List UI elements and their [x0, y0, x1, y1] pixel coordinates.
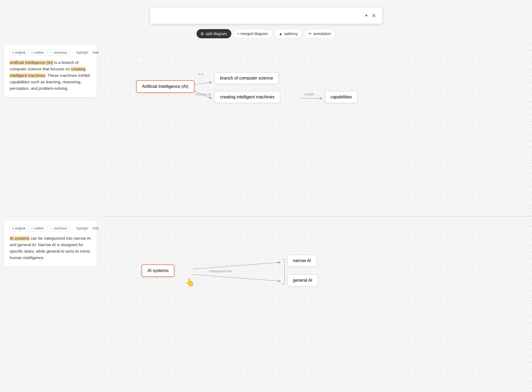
diagram-svg-1 [101, 40, 532, 216]
highlight-creating: creating intelligent machines [10, 67, 85, 78]
outline-icon-1: □ [31, 51, 33, 54]
summary-icon-2: → [50, 227, 53, 230]
saliency-icon: ▲ [279, 32, 283, 36]
highlight-btn-2[interactable]: highlight [75, 226, 90, 231]
node-aisystems-label: AI systems [147, 268, 169, 273]
node-creating[interactable]: creating intelligent machines [214, 91, 280, 103]
tab-summary-1[interactable]: → summary [47, 50, 69, 56]
node-narrow-label: narrow AI [293, 258, 311, 263]
original-label-2: original [15, 226, 25, 230]
wand-icon-button[interactable]: ✦ [363, 11, 370, 20]
tab-annotation-label: annotation [313, 32, 331, 36]
close-button[interactable]: ✕ [370, 11, 378, 20]
diagram-1: Artificial Intelligence (AI) branch of c… [101, 40, 532, 216]
node-ai-label: Artificial Intelligence (AI) [142, 84, 188, 89]
right-panel: Artificial Intelligence (AI) branch of c… [101, 40, 532, 392]
tab-outline-2[interactable]: □ outline [29, 225, 46, 231]
node-narrow[interactable]: narrow AI [287, 255, 317, 267]
node-aisystems[interactable]: AI systems [142, 264, 174, 277]
highlight-btn-1[interactable]: highlight [75, 50, 90, 55]
cursor-pointer: 👆 [185, 278, 195, 287]
toolbar: ⊞ split diagram ▪ merged diagram ▲ salie… [196, 29, 335, 38]
card-text-1: Artificial Intelligence (AI) is a branch… [10, 59, 91, 92]
divider-1: | [72, 51, 73, 54]
tab-original-1[interactable]: ≡ original [10, 50, 28, 56]
original-icon-2: ≡ [12, 227, 14, 230]
left-panel: ≡ original □ outline → summary | highlig… [0, 40, 101, 392]
diagram-2: AI systems narrow AI general AI categori… [101, 216, 532, 392]
card-tabs-2: ≡ original □ outline → summary | highlig… [10, 225, 91, 231]
summary-label-2: summary [54, 226, 67, 230]
tab-saliency-label: saliency [284, 32, 298, 36]
edge-label-is-a: is a [198, 72, 203, 76]
search-bar-container: What is AI? ✦ ✕ [150, 8, 382, 24]
annotation-icon: ✏ [308, 32, 312, 36]
left-section-2: ≡ original □ outline → summary | highlig… [0, 216, 101, 392]
node-capabilities-label: capabilities [331, 95, 352, 99]
svg-line-3 [193, 262, 280, 269]
diagram-svg-2 [101, 216, 532, 392]
tab-split-diagram-label: split diagram [205, 32, 227, 36]
edge-label-focuses-on: focuses on [195, 92, 211, 96]
tab-merged-diagram[interactable]: ▪ merged diagram [233, 29, 273, 38]
node-general-label: general AI [293, 278, 312, 283]
original-label-1: original [15, 51, 25, 54]
tab-merged-diagram-label: merged diagram [241, 32, 268, 36]
tab-annotation[interactable]: ✏ annotation [304, 29, 335, 38]
node-general[interactable]: general AI [287, 274, 318, 286]
original-icon-1: ≡ [12, 51, 14, 54]
highlight-aisystems: AI systems [10, 236, 29, 240]
node-branch-label: branch of computer science [220, 76, 273, 81]
divider-2: | [72, 226, 73, 230]
node-capabilities[interactable]: capabilities [325, 91, 358, 103]
outline-label-2: outline [34, 226, 44, 230]
hide-btn-2[interactable]: hide [91, 226, 100, 231]
tab-original-2[interactable]: ≡ original [10, 225, 28, 231]
split-diagram-icon: ⊞ [201, 32, 204, 36]
edge-label-exhibit: exhibit [305, 92, 314, 96]
text-card-2: ≡ original □ outline → summary | highlig… [4, 221, 97, 266]
svg-line-4 [193, 274, 280, 281]
diagram-content-1: Artificial Intelligence (AI) branch of c… [101, 40, 532, 216]
highlight-ai: Artificial Intelligence (AI) [10, 60, 53, 65]
node-branch[interactable]: branch of computer science [214, 72, 279, 84]
edge-label-categorized: categorized into [209, 269, 232, 273]
main-layout: ≡ original □ outline → summary | highlig… [0, 40, 532, 392]
left-section-1: ≡ original □ outline → summary | highlig… [0, 40, 101, 216]
summary-label-1: summary [54, 51, 67, 54]
tab-saliency[interactable]: ▲ saliency [274, 29, 302, 38]
tab-split-diagram[interactable]: ⊞ split diagram [196, 29, 231, 38]
tab-outline-1[interactable]: □ outline [29, 50, 46, 56]
card-text-2: AI systems can be categorized into narro… [10, 235, 91, 261]
outline-icon-2: □ [31, 227, 33, 230]
node-ai[interactable]: Artificial Intelligence (AI) [136, 80, 194, 93]
outline-label-1: outline [34, 51, 44, 54]
summary-icon-1: → [50, 51, 53, 54]
search-input[interactable]: What is AI? [155, 13, 363, 19]
svg-line-0 [193, 82, 212, 85]
node-creating-label: creating intelligent machines [220, 95, 274, 99]
search-box: What is AI? ✦ ✕ [150, 8, 382, 24]
tab-summary-2[interactable]: → summary [47, 225, 69, 231]
merged-diagram-icon: ▪ [238, 32, 239, 36]
hide-btn-1[interactable]: hide [91, 50, 100, 55]
text-card-1: ≡ original □ outline → summary | highlig… [4, 45, 97, 97]
diagram-content-2: AI systems narrow AI general AI categori… [101, 216, 532, 392]
card-tabs-1: ≡ original □ outline → summary | highlig… [10, 50, 91, 56]
